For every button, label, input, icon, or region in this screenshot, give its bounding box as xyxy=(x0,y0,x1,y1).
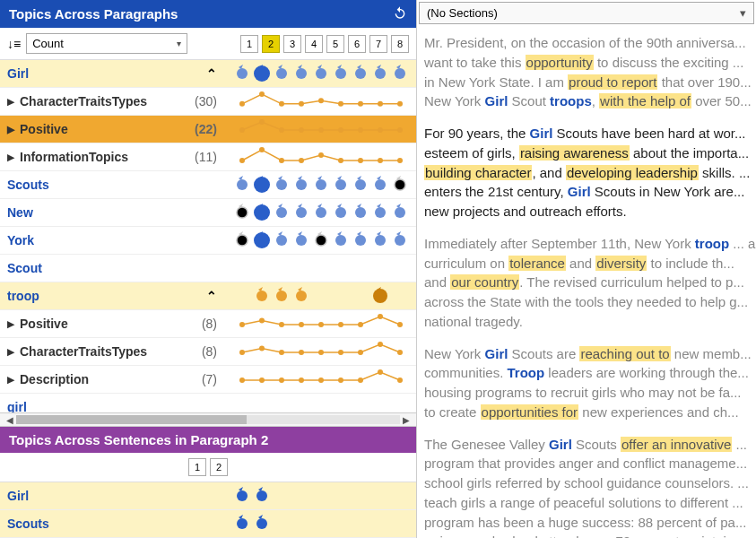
svg-point-87 xyxy=(279,377,284,383)
svg-point-84 xyxy=(397,350,403,355)
paragraph[interactable]: Immediately after September 11th, New Yo… xyxy=(424,234,756,332)
caret-icon[interactable]: ▶ xyxy=(7,374,14,386)
chevron-up-icon[interactable]: ⌃ xyxy=(206,289,217,303)
caret-icon[interactable]: ▶ xyxy=(7,318,14,330)
topic-viz xyxy=(233,282,416,309)
undo-icon[interactable] xyxy=(393,5,407,22)
sort-dropdown[interactable]: Count xyxy=(26,33,187,54)
topic-row-scout[interactable]: Scout xyxy=(0,255,416,282)
svg-point-4 xyxy=(316,68,326,79)
topic-row-scouts[interactable]: Scouts xyxy=(0,171,416,199)
svg-point-72 xyxy=(338,322,343,327)
svg-point-65 xyxy=(296,291,307,301)
svg-point-17 xyxy=(397,101,403,107)
svg-point-52 xyxy=(375,207,386,218)
chevron-up-icon[interactable]: ⌃ xyxy=(206,66,217,81)
svg-point-66 xyxy=(373,289,387,303)
section-dropdown[interactable]: (No Sections) xyxy=(419,2,754,24)
svg-point-49 xyxy=(316,207,326,218)
topic-row-informationtopics[interactable]: ▶InformationTopics(11) xyxy=(0,143,416,171)
topic-count: (7) xyxy=(202,372,217,386)
svg-point-42 xyxy=(355,179,366,190)
topic-viz xyxy=(233,255,416,282)
header-title: Topics Across Paragraphs xyxy=(9,6,178,22)
paragraph[interactable]: New York Girl Scouts are reaching out to… xyxy=(424,344,756,422)
topic-name: Girl xyxy=(7,66,29,81)
document-text: Mr. President, on the occasion of the 90… xyxy=(417,26,756,538)
page-btn-8[interactable]: 8 xyxy=(391,35,409,53)
sentence-row-scouts[interactable]: Scouts xyxy=(0,510,416,538)
sentence-row-girl[interactable]: Girl xyxy=(0,482,416,510)
caret-icon[interactable]: ▶ xyxy=(7,124,14,135)
topic-viz xyxy=(233,171,416,198)
svg-point-64 xyxy=(276,291,287,301)
svg-point-70 xyxy=(299,322,304,327)
topic-viz xyxy=(233,510,416,537)
sentences-title: Topics Across Sentences in Paragraph 2 xyxy=(9,432,268,447)
topic-row-charactertraitstypes[interactable]: ▶CharacterTraitsTypes(30) xyxy=(0,88,416,116)
topic-name: Positive xyxy=(20,122,68,136)
topic-row-girl[interactable]: girl xyxy=(0,394,416,412)
svg-point-25 xyxy=(378,127,383,133)
topic-row-charactertraitstypes[interactable]: ▶CharacterTraitsTypes(8) xyxy=(0,338,416,366)
svg-point-89 xyxy=(318,377,324,383)
section-value: (No Sections) xyxy=(427,6,498,20)
svg-point-43 xyxy=(375,179,386,190)
svg-point-13 xyxy=(318,98,324,103)
svg-point-92 xyxy=(378,369,383,375)
svg-point-31 xyxy=(318,152,324,158)
svg-point-44 xyxy=(395,179,405,190)
sentence-page-1[interactable]: 1 xyxy=(188,458,206,476)
paragraph[interactable]: The Genesee Valley Girl Scouts offer an … xyxy=(424,435,756,539)
svg-point-71 xyxy=(318,322,324,327)
sort-value: Count xyxy=(32,37,64,50)
svg-point-10 xyxy=(259,91,265,97)
hscroll-thumb[interactable] xyxy=(16,415,247,424)
svg-point-54 xyxy=(237,235,248,246)
paragraph[interactable]: For 90 years, the Girl Scouts have been … xyxy=(424,124,756,221)
paragraph[interactable]: Mr. President, on the occasion of the 90… xyxy=(424,33,756,111)
svg-point-21 xyxy=(299,127,304,133)
page-btn-2[interactable]: 2 xyxy=(262,35,280,53)
svg-point-79 xyxy=(299,350,304,355)
page-btn-7[interactable]: 7 xyxy=(369,35,387,53)
page-btn-5[interactable]: 5 xyxy=(326,35,344,53)
svg-point-73 xyxy=(358,322,363,327)
page-btn-1[interactable]: 1 xyxy=(240,35,258,53)
sort-icon[interactable]: ↓≡ xyxy=(7,37,21,51)
caret-icon[interactable]: ▶ xyxy=(7,152,14,163)
topic-viz xyxy=(233,482,416,509)
topic-count: (8) xyxy=(202,344,217,359)
svg-point-0 xyxy=(237,68,248,79)
hscroll-bar[interactable]: ◀ ▶ xyxy=(0,412,416,427)
topic-row-positive[interactable]: ▶Positive(22) xyxy=(0,116,416,143)
svg-point-62 xyxy=(395,235,405,246)
page-btn-3[interactable]: 3 xyxy=(283,35,301,53)
topic-name: InformationTopics xyxy=(20,150,128,164)
topic-row-description[interactable]: ▶Description(7) xyxy=(0,366,416,394)
hscroll-track[interactable] xyxy=(16,415,400,424)
caret-icon[interactable]: ▶ xyxy=(7,346,14,358)
topic-viz xyxy=(233,394,416,412)
caret-icon[interactable]: ▶ xyxy=(7,96,14,108)
hscroll-right-icon[interactable]: ▶ xyxy=(400,415,413,425)
svg-point-33 xyxy=(358,158,363,163)
topic-row-positive[interactable]: ▶Positive(8) xyxy=(0,310,416,338)
svg-point-29 xyxy=(279,158,284,163)
page-btn-6[interactable]: 6 xyxy=(348,35,366,53)
svg-point-53 xyxy=(395,207,405,218)
svg-point-8 xyxy=(395,68,405,79)
sentence-page-2[interactable]: 2 xyxy=(210,458,228,476)
page-btn-4[interactable]: 4 xyxy=(305,35,323,53)
topic-viz xyxy=(233,143,416,170)
topic-row-new[interactable]: New xyxy=(0,199,416,227)
topic-row-york[interactable]: York xyxy=(0,227,416,255)
svg-point-78 xyxy=(279,350,284,355)
hscroll-left-icon[interactable]: ◀ xyxy=(4,415,16,425)
topic-row-troop[interactable]: troop⌃ xyxy=(0,282,416,310)
svg-point-38 xyxy=(276,179,287,190)
svg-point-88 xyxy=(299,377,304,383)
left-panel: Topics Across Paragraphs ↓≡ Count 123456… xyxy=(0,0,417,538)
topic-viz xyxy=(233,60,416,87)
topic-row-girl[interactable]: Girl⌃ xyxy=(0,60,416,88)
